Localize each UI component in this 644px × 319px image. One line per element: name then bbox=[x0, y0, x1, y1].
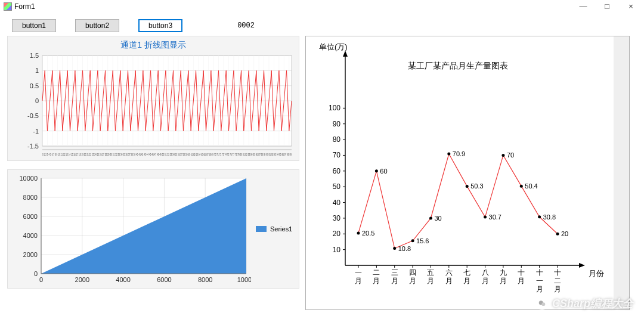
svg-text:月: 月 bbox=[554, 285, 561, 293]
svg-text:八: 八 bbox=[482, 268, 489, 277]
svg-marker-97 bbox=[343, 51, 348, 57]
svg-text:十: 十 bbox=[536, 268, 543, 277]
svg-text:月: 月 bbox=[500, 277, 507, 285]
svg-point-159 bbox=[357, 231, 360, 234]
chart3-svg: 单位(万)某工厂某产品月生产量图表102030405060708090100一月… bbox=[308, 39, 614, 308]
svg-text:0: 0 bbox=[34, 270, 38, 277]
svg-text:0.5: 0.5 bbox=[30, 82, 39, 89]
chart2-legend: Series1 bbox=[256, 174, 292, 284]
svg-text:四: 四 bbox=[409, 268, 416, 277]
svg-text:月: 月 bbox=[409, 277, 416, 285]
svg-text:某工厂某产品月生产量图表: 某工厂某产品月生产量图表 bbox=[408, 61, 508, 70]
svg-text:月: 月 bbox=[445, 277, 453, 285]
svg-text:100: 100 bbox=[329, 104, 340, 112]
legend-label: Series1 bbox=[270, 225, 292, 233]
chart1-svg: -1.5-1-0.500.511.50 1 2 3 4 5 6 7 8 9 10… bbox=[13, 52, 294, 158]
svg-point-169 bbox=[447, 153, 450, 156]
chart-channel1: 通道1 折线图显示 -1.5-1-0.500.511.50 1 2 3 4 5 … bbox=[7, 36, 299, 161]
svg-text:6000: 6000 bbox=[157, 276, 171, 283]
svg-text:月: 月 bbox=[373, 277, 380, 285]
svg-text:五: 五 bbox=[427, 268, 434, 277]
svg-text:50: 50 bbox=[333, 182, 341, 191]
svg-point-181 bbox=[556, 233, 559, 236]
svg-text:70: 70 bbox=[333, 151, 341, 159]
svg-text:50.4: 50.4 bbox=[525, 182, 537, 190]
svg-text:40: 40 bbox=[333, 199, 341, 207]
svg-text:三: 三 bbox=[391, 268, 398, 277]
svg-point-167 bbox=[429, 216, 432, 219]
status-text: 0002 bbox=[237, 21, 255, 30]
svg-point-163 bbox=[393, 247, 396, 250]
svg-point-165 bbox=[411, 239, 414, 242]
maximize-button[interactable]: □ bbox=[595, 1, 619, 13]
minimize-button[interactable]: — bbox=[571, 1, 595, 13]
svg-text:九: 九 bbox=[500, 268, 507, 277]
svg-text:30: 30 bbox=[434, 215, 441, 222]
svg-point-179 bbox=[538, 215, 541, 218]
svg-text:一: 一 bbox=[536, 277, 543, 285]
legend-swatch bbox=[256, 226, 267, 232]
svg-text:10.8: 10.8 bbox=[398, 245, 411, 252]
svg-text:十: 十 bbox=[518, 268, 525, 277]
svg-text:60: 60 bbox=[380, 168, 387, 175]
svg-text:90: 90 bbox=[333, 120, 341, 128]
svg-point-175 bbox=[501, 154, 504, 157]
svg-text:月: 月 bbox=[427, 277, 434, 285]
chart-production: 单位(万)某工厂某产品月生产量图表102030405060708090100一月… bbox=[305, 36, 630, 310]
svg-text:1: 1 bbox=[35, 67, 39, 74]
svg-text:0: 0 bbox=[39, 276, 43, 283]
svg-text:2000: 2000 bbox=[23, 251, 38, 258]
svg-text:30.7: 30.7 bbox=[489, 213, 501, 221]
svg-text:70.9: 70.9 bbox=[453, 150, 465, 157]
svg-text:月: 月 bbox=[391, 277, 398, 285]
svg-text:0: 0 bbox=[35, 97, 39, 104]
button2[interactable]: button2 bbox=[75, 19, 119, 32]
svg-text:月: 月 bbox=[536, 285, 543, 293]
svg-text:十: 十 bbox=[554, 268, 561, 277]
svg-text:8000: 8000 bbox=[198, 276, 212, 283]
svg-marker-99 bbox=[579, 263, 585, 268]
svg-text:一: 一 bbox=[355, 268, 362, 277]
svg-text:50.3: 50.3 bbox=[470, 182, 483, 190]
button3[interactable]: button3 bbox=[138, 19, 182, 32]
chart3-side bbox=[614, 36, 629, 309]
svg-text:6000: 6000 bbox=[23, 213, 38, 220]
svg-text:4000: 4000 bbox=[116, 276, 130, 283]
svg-text:二: 二 bbox=[554, 277, 561, 285]
svg-point-171 bbox=[466, 185, 469, 188]
svg-text:单位(万): 单位(万) bbox=[319, 42, 348, 51]
svg-text:-1: -1 bbox=[33, 128, 39, 135]
svg-text:20: 20 bbox=[333, 230, 341, 238]
close-button[interactable]: × bbox=[619, 1, 643, 13]
svg-text:月份: 月份 bbox=[589, 269, 604, 278]
svg-text:8000: 8000 bbox=[23, 194, 38, 201]
svg-text:月: 月 bbox=[355, 277, 362, 285]
svg-text:六: 六 bbox=[445, 268, 453, 277]
svg-text:10: 10 bbox=[333, 246, 341, 254]
toolbar: button1 button2 button3 0002 bbox=[0, 13, 644, 36]
svg-text:2000: 2000 bbox=[75, 276, 89, 283]
svg-text:0 1 2 3 4 5 6 7 8 9 10 11 12 1: 0 1 2 3 4 5 6 7 8 9 10 11 12 13 14 15 16… bbox=[42, 153, 292, 156]
svg-point-173 bbox=[484, 216, 487, 219]
chart-area: 0200040006000800010000020004000600080001… bbox=[7, 169, 299, 289]
svg-text:15.6: 15.6 bbox=[416, 237, 429, 244]
svg-text:4000: 4000 bbox=[23, 232, 38, 239]
svg-text:月: 月 bbox=[482, 277, 489, 285]
svg-text:30: 30 bbox=[333, 214, 341, 222]
svg-text:月: 月 bbox=[463, 277, 470, 285]
svg-text:30.8: 30.8 bbox=[543, 213, 556, 221]
window-title: Form1 bbox=[14, 2, 571, 11]
svg-text:70: 70 bbox=[507, 151, 514, 159]
svg-text:-1.5: -1.5 bbox=[27, 143, 39, 150]
svg-text:二: 二 bbox=[373, 268, 380, 277]
svg-text:-0.5: -0.5 bbox=[27, 112, 39, 119]
svg-text:10000: 10000 bbox=[19, 175, 38, 182]
svg-text:20: 20 bbox=[561, 230, 568, 237]
window-titlebar: Form1 — □ × bbox=[0, 0, 644, 13]
svg-text:1.5: 1.5 bbox=[30, 52, 39, 59]
button1[interactable]: button1 bbox=[12, 19, 56, 32]
svg-text:月: 月 bbox=[518, 277, 525, 285]
chart1-title: 通道1 折线图显示 bbox=[13, 40, 294, 51]
svg-text:60: 60 bbox=[333, 167, 341, 175]
app-icon bbox=[4, 2, 12, 11]
